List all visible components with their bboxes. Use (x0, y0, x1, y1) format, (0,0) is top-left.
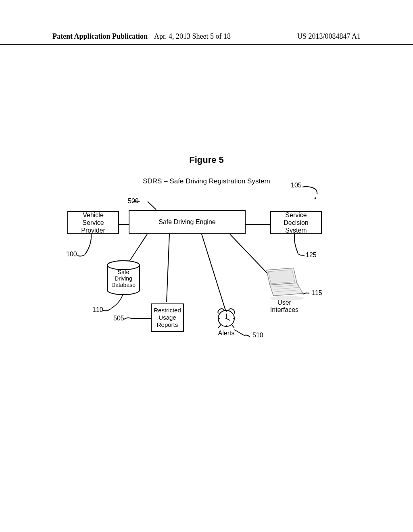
svg-line-3 (167, 234, 169, 302)
alerts-label: Alerts (216, 330, 237, 337)
svg-line-11 (296, 290, 303, 293)
ref-100: 100 (66, 251, 77, 258)
svg-line-26 (275, 290, 301, 292)
svg-point-15 (225, 318, 227, 319)
safe-driving-engine-label: Safe Driving Engine (159, 218, 215, 226)
svg-point-6 (315, 197, 317, 200)
vehicle-service-provider-label: VehicleService Provider (70, 211, 117, 235)
ref-105: 105 (291, 182, 302, 189)
svg-line-5 (230, 234, 273, 279)
database-label: SafeDrivingDatabase (111, 269, 136, 288)
vehicle-service-provider-box: VehicleService Provider (67, 211, 119, 234)
svg-line-25 (274, 287, 300, 289)
ref-510: 510 (252, 332, 263, 339)
restricted-usage-reports-box: RestrictedUsageReports (151, 303, 184, 332)
svg-point-13 (107, 261, 140, 270)
service-decision-system-box: Service DecisionSystem (270, 211, 322, 234)
svg-line-18 (218, 324, 221, 328)
connector-lines (0, 0, 413, 532)
svg-point-14 (218, 310, 234, 326)
safe-driving-engine-box: Safe Driving Engine (129, 210, 246, 234)
service-decision-system-label: Service DecisionSystem (273, 211, 319, 235)
ref-115: 115 (311, 289, 322, 297)
ref-110: 110 (92, 306, 103, 314)
svg-line-4 (202, 234, 226, 313)
user-interfaces-label: UserInterfaces (268, 299, 300, 314)
svg-point-12 (107, 261, 140, 270)
diagram-canvas: VehicleService Provider Safe Driving Eng… (0, 0, 413, 532)
restricted-usage-reports-label: RestrictedUsageReports (154, 307, 181, 328)
svg-line-7 (148, 202, 156, 210)
alarm-clock-icon (218, 309, 235, 328)
svg-line-2 (126, 234, 147, 266)
svg-line-19 (232, 324, 234, 328)
ref-125: 125 (306, 251, 317, 259)
laptop-icon (267, 268, 304, 301)
svg-line-17 (226, 318, 230, 320)
svg-line-24 (273, 285, 298, 287)
ref-500: 500 (128, 197, 139, 205)
ref-505: 505 (113, 315, 124, 322)
